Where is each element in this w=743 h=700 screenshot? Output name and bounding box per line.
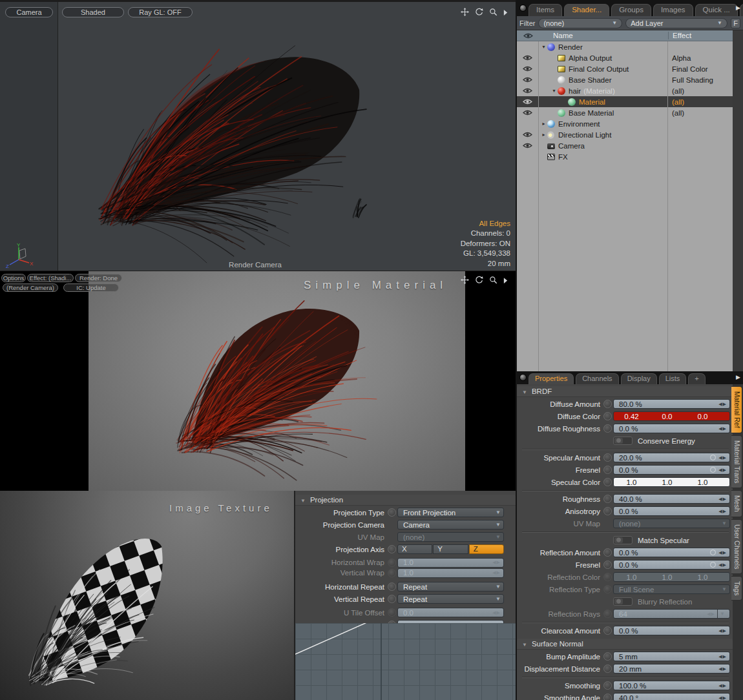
envelope-toggle[interactable] [388, 595, 396, 603]
tab-shader-shader[interactable]: Shader... [564, 4, 609, 16]
envelope-toggle[interactable] [388, 569, 396, 577]
tab-shader-quick[interactable]: Quick ... [695, 4, 738, 16]
shader-tree-row-alpha-output[interactable]: Alpha OutputAlpha [517, 52, 733, 63]
expand-icon[interactable] [503, 277, 508, 285]
envelope-toggle[interactable] [603, 664, 612, 673]
side-tab-user-channels[interactable]: User Channels [731, 519, 742, 574]
expand-icon[interactable] [503, 9, 508, 17]
envelope-toggle[interactable] [603, 424, 612, 433]
render-status-button[interactable]: Render: Done [75, 274, 122, 282]
tab-shader-items[interactable]: Items [528, 4, 562, 16]
stepper-icon[interactable]: ◀▶ [718, 654, 727, 659]
envelope-toggle[interactable] [603, 626, 612, 635]
stepper-icon[interactable]: ◀▶ [718, 683, 727, 688]
envelope-toggle[interactable] [603, 453, 612, 462]
input-specular-amount[interactable]: 20.0 %◀▶ [613, 453, 730, 462]
envelope-toggle[interactable] [603, 610, 612, 618]
material-preview-viewport[interactable]: Simple Material Options Effect: (Shadi..… [0, 271, 516, 491]
texture-hair-canvas[interactable] [0, 491, 294, 700]
visibility-toggle-empty[interactable] [517, 118, 539, 129]
effect-column-header[interactable]: Effect [668, 32, 733, 39]
envelope-toggle[interactable] [603, 548, 612, 557]
shader-tree-row-render[interactable]: ▾Render [517, 41, 733, 52]
envelope-toggle[interactable] [603, 573, 612, 581]
visibility-toggle[interactable] [517, 85, 539, 96]
input-clearcoat-amount[interactable]: 0.0 %◀▶ [613, 626, 730, 635]
shader-tree-row-final-color-output[interactable]: Final Color OutputFinal Color [517, 63, 733, 74]
dropdown-projection-camera[interactable]: Camera▼ [397, 520, 504, 530]
input-displacement-distance[interactable]: 20 mm◀▶ [613, 664, 730, 674]
f-button[interactable]: F [731, 18, 740, 28]
shader-tree-row-hair[interactable]: ▾hair(Material)(all) [517, 85, 733, 96]
checkbox-conserve-energy[interactable] [613, 437, 633, 445]
tab-props-[interactable]: + [688, 373, 705, 384]
stepper-icon[interactable]: ◀▶ [718, 468, 727, 473]
dropdown-uv-map[interactable]: (none)▼ [613, 519, 730, 528]
axis-x-button[interactable]: X [397, 544, 432, 554]
envelope-toggle[interactable] [603, 400, 612, 408]
visibility-toggle[interactable] [517, 107, 539, 118]
side-tab-tags[interactable]: Tags [731, 576, 742, 601]
hair-render-canvas[interactable] [0, 2, 516, 271]
visibility-toggle[interactable] [517, 140, 539, 151]
side-tab-mesh[interactable]: Mesh [731, 490, 742, 517]
checkbox-blurry-reflection[interactable] [613, 597, 633, 606]
ic-update-button[interactable]: IC: Update [63, 283, 119, 292]
pan-icon[interactable] [461, 8, 469, 17]
visibility-toggle[interactable] [517, 63, 539, 74]
filter-dropdown[interactable]: (none) ▼ [538, 18, 622, 28]
shader-tree-row-base-shader[interactable]: Base ShaderFull Shading [517, 74, 733, 85]
envelope-toggle[interactable] [388, 608, 396, 617]
input-reflection-amount[interactable]: 0.0 %◀▶ [613, 548, 730, 557]
effect-button[interactable]: Effect: (Shadi... [27, 274, 74, 282]
section-header-brdf[interactable]: ▼BRDF [517, 386, 733, 397]
envelope-toggle[interactable] [603, 466, 612, 474]
preview-hair-canvas[interactable] [89, 271, 465, 491]
panel-menu-icon[interactable] [519, 5, 527, 12]
dropdown-vertical-repeat[interactable]: Repeat▼ [397, 594, 504, 604]
options-button[interactable]: Options [1, 274, 26, 282]
input-roughness[interactable]: 40.0 %◀▶ [613, 494, 730, 504]
shader-tree-row-camera[interactable]: Camera [517, 140, 733, 151]
orbit-icon[interactable] [475, 8, 483, 17]
input-smoothing[interactable]: 100.0 %◀▶ [613, 681, 730, 690]
envelope-toggle[interactable] [388, 559, 396, 567]
shader-tree-row-directional-light[interactable]: ▸Directional Light [517, 129, 733, 140]
visibility-toggle-empty[interactable] [517, 151, 539, 162]
stepper-icon[interactable]: ◀▶ [718, 562, 727, 568]
input-fresnel[interactable]: 0.0 %◀▶ [613, 560, 730, 570]
stepper-icon[interactable]: ◀▶ [707, 612, 715, 617]
tab-shader-images[interactable]: Images [653, 4, 693, 16]
stepper-icon[interactable]: ◀▶ [718, 666, 727, 672]
envelope-toggle[interactable] [603, 495, 612, 503]
input-smoothing-angle[interactable]: 40.0 °◀▶ [613, 693, 730, 700]
visibility-toggle[interactable] [517, 129, 539, 140]
stepper-icon[interactable]: ◀▶ [492, 610, 501, 615]
stepper-icon[interactable]: ◀▶ [718, 550, 727, 555]
render-viewport[interactable]: Camera Shaded Ray GL: OFF All Edges Chan… [0, 0, 516, 271]
envelope-toggle[interactable] [603, 694, 612, 700]
envelope-toggle[interactable] [388, 545, 396, 553]
envelope-toggle[interactable] [603, 507, 612, 515]
envelope-toggle[interactable] [388, 508, 396, 517]
image-texture-viewport[interactable]: Image Texture [0, 491, 294, 700]
stepper-icon[interactable]: ◀▶ [718, 497, 727, 502]
stepper-icon[interactable]: ◀▶ [492, 570, 501, 575]
dropdown-uv-map[interactable]: (none)▼ [397, 532, 504, 542]
render-camera-button[interactable]: (Render Camera) [3, 283, 58, 292]
tab-props-channels[interactable]: Channels [576, 373, 618, 384]
visibility-toggle[interactable] [517, 74, 539, 85]
side-tab-material-trans[interactable]: Material Trans [731, 435, 742, 489]
stepper-icon[interactable]: ◀▶ [718, 509, 727, 514]
ray-gl-button[interactable]: Ray GL: OFF [128, 7, 193, 17]
input-fresnel[interactable]: 0.0 %◀▶ [613, 465, 730, 475]
envelope-toggle[interactable] [603, 412, 612, 420]
envelope-toggle[interactable] [603, 478, 612, 486]
visibility-toggle[interactable] [517, 52, 539, 63]
shader-tree-row-base-material[interactable]: Base Material(all) [517, 107, 733, 118]
input-u-tile-offset[interactable]: 0.0◀▶ [397, 608, 504, 617]
envelope-toggle[interactable] [603, 681, 612, 690]
stepper-icon[interactable]: ◀▶ [492, 560, 501, 565]
stepper-icon[interactable]: ◀▶ [718, 402, 727, 407]
shader-tree-row-fx[interactable]: FX [517, 151, 733, 162]
